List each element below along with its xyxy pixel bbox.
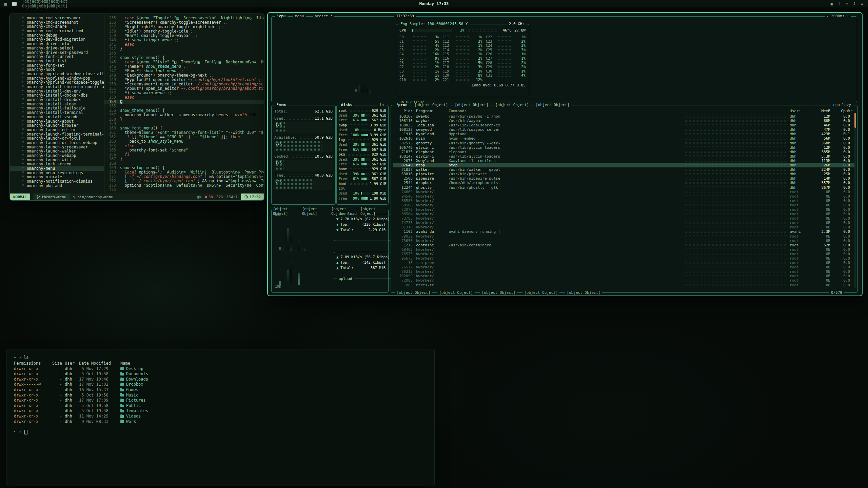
proc-option-button[interactable]: [object Object] [413,103,450,107]
code-line[interactable]: 162 if [[ "$theme" == "CNCLD" || -z "$th… [104,135,264,139]
code-line[interactable]: 164 else [104,144,264,148]
code-line[interactable]: 158 } [104,117,264,122]
process-row[interactable]: 108107 swaybg /usr/bin/swaybg -i /hom dh… [393,114,855,119]
tab-cpu[interactable]: ¹cpu [275,14,288,19]
process-row[interactable]: 71837 walker /usr/bin/walker --gappl dhh… [393,167,855,172]
process-row[interactable]: 2075 Xwayland Xwayland :1 -rootless - dh… [393,159,855,163]
process-row[interactable]: 87573 ghostty /usr/bin/ghostty --gtk- dh… [393,141,855,145]
code-line[interactable]: 136 *Screensaver*) omarchy-toggle-screen… [104,20,264,25]
code-line[interactable]: 170 local options="♪ Audio\n≋ Wifi\nᛒ Bl… [104,170,264,175]
process-row[interactable]: 803 btrfs-tr root 0B 0.0 [393,283,855,287]
io-mode-toggle[interactable]: io [378,103,386,107]
code-line[interactable]: 173 options="$options\n◉ Defaults\n⊕ DNS… [104,183,264,188]
file-item[interactable]: * omarchy-hyprland-window-close-all [10,72,104,76]
code-line[interactable]: 163 back_to show_style_menu [104,139,264,144]
file-item[interactable]: * omarchy-install-dropbox [10,98,104,102]
process-row[interactable]: 108125 swayosd- /usr/lib/swayosd-server … [393,127,855,132]
proc-footer-button[interactable]: [object Object] [522,290,559,295]
process-row[interactable]: 76575 kworker/ root 0B 0.0 [393,252,855,256]
code-editor[interactable]: 135 case $(menu "Toggle" "◫ Screensaver\… [104,15,264,193]
code-line[interactable]: 146 *Theme*) show_theme_menu ;; [104,64,264,69]
process-row[interactable]: 76313 kworker/ root 0B 0.0 [393,269,855,274]
file-item[interactable]: * omarchy-cmd-terminal-cwd [10,29,104,33]
proc-footer-button[interactable]: [object Object] [437,290,474,295]
process-row[interactable]: 68583 kworker/ root 0B 0.0 [393,199,855,203]
code-line[interactable]: 160 show_font_menu() { [104,126,264,130]
screencast-icon[interactable]: ▣ [831,1,833,6]
proc-footer-button[interactable]: [object Object] [480,290,517,295]
proc-option-button[interactable]: [object Object] [534,103,571,107]
proc-scrollbar[interactable] [854,113,856,288]
process-row[interactable]: 2544 dropbox /home/dhh/.dropbox-dist dhh… [393,181,855,185]
file-item[interactable]: * omarchy-drive-info [10,42,104,46]
file-item[interactable]: * omarchy-install-chromium-google-a [10,85,104,89]
file-item[interactable]: * omarchy-launch-browser [10,123,104,128]
code-line[interactable]: 159 [104,122,264,126]
process-row[interactable]: 71835 elephant elephant dhh 385M 0.0 [393,150,855,154]
volume-icon[interactable]: ♪ [853,1,856,6]
file-item[interactable]: * omarchy-pkg-add [10,184,104,188]
process-row[interactable]: 94540 kworker/ root 0B 0.0 [393,194,855,199]
code-line[interactable]: 143 [104,51,264,56]
process-row[interactable]: 108147 glycin-i /usr/lib/glycin-loaders … [393,154,855,159]
sort-direction-icon[interactable]: ↑ [851,109,855,113]
proc-option-button[interactable]: [object Object] [494,103,531,107]
code-line[interactable]: 171 [ -f ~/.config/hypr/bindings.conf ] … [104,175,264,179]
code-line[interactable]: 145 case $(menu "Style" "◧ Theme\n▣ Font… [104,60,264,64]
process-row[interactable]: 73703 kworker/ root 0B 0.0 [393,216,855,221]
update-interval-control[interactable]: - 2000ms + [825,14,851,19]
code-line[interactable]: 148 *Background*) omarchy-theme-bg-next … [104,73,264,78]
process-row[interactable]: 74869 kworker/ root 0B 0.0 [393,190,855,194]
process-row[interactable]: 81310 kworker/ root 0B 0.0 [393,225,855,229]
process-row[interactable]: 95673 kworker/ root 0B 0.0 [393,256,855,261]
process-row[interactable]: 1162 avahi-da avahi-daemon: running [ av… [393,229,855,234]
process-row[interactable]: 102616 nvim nvim --embed . dhh 56M 0.0 [393,136,855,141]
code-line[interactable]: 172 [ -f ~/.config/hypr/input.conf ] && … [104,179,264,183]
code-line[interactable]: 152 *) show_main_menu ;; [104,91,264,95]
process-row[interactable]: 1275 containe /usr/bin/containerd root 5… [393,243,855,247]
tab-proc[interactable]: ⁴proc [394,103,409,107]
code-line[interactable]: 150 *Screensaver*) open_in_editor ~/.con… [104,82,264,86]
code-line[interactable]: 165 omarchy-font-set "$theme" [104,148,264,152]
file-item[interactable]: * omarchy-launch-webapp [10,154,104,158]
process-row[interactable]: 73656 kworker/ root 0B 0.0 [393,239,855,243]
code-line[interactable]: 157 omarchy-launch-walker -m menus:omarc… [104,113,264,117]
file-item[interactable]: * omarchy-menu [10,166,104,171]
code-line[interactable]: 161 theme=$(menu "Font" "$(omarchy-font-… [104,130,264,135]
code-line[interactable]: 147 *Font*) show_font_menu ;; [104,69,264,73]
power-icon[interactable]: ⊙ [861,1,863,6]
btop-menu-button[interactable]: menu [293,14,306,19]
process-row[interactable]: 68402 kworker/ root 0B 0.0 [393,247,855,252]
code-line[interactable]: 138 *Idle*) omarchy-toggle-idle ;; [104,29,264,34]
code-line[interactable]: 142 } [104,47,264,51]
keyboard-icon[interactable]: ⌨ [846,1,848,6]
code-line[interactable]: 156 show_theme_menu() { [104,108,264,113]
code-line[interactable]: 174 [104,188,264,192]
terminal-window[interactable]: ~ › ls Permissions Size User Date Modifi… [6,349,435,486]
process-row[interactable]: 102099 kworker/ root 0B 0.0 [393,274,855,278]
process-row[interactable]: 106746 glycin-i /usr/lib/glycin-loaders … [393,145,855,150]
process-row[interactable]: 72073 kworker/ root 0B 0.0 [393,207,855,212]
file-item[interactable]: * omarchy-drive-select [10,46,104,50]
process-row[interactable]: 108033 localsea /usr/lib/localsearch-ex … [393,123,855,127]
code-line[interactable]: 137 *Nightlight*) omarchy-toggle-nightli… [104,25,264,29]
code-line[interactable]: 167 } [104,157,264,161]
bluetooth-icon[interactable]: ᛒ [838,1,841,6]
process-row[interactable]: 68586 kworker/ root 0B 0.0 [393,203,855,207]
file-item[interactable]: * omarchy-font-current [10,55,104,59]
process-row[interactable]: 16 rcu_pree root 0B 0.0 [393,261,855,265]
proc-footer-button[interactable]: [object Object] [565,290,602,295]
file-item[interactable]: * omarchy-launch-editor [10,128,104,132]
process-row[interactable]: 68584 kworker/ root 0B 0.0 [393,212,855,216]
code-line[interactable]: 151 *About*) open_in_editor ~/.config/om… [104,86,264,91]
proc-footer-button[interactable]: [object Object] [395,290,432,295]
code-line[interactable]: 141 esac [104,42,264,47]
process-row[interactable]: 72088 kworker/ root 0B 0.0 [393,278,855,283]
tab-disks[interactable]: disks [339,103,354,107]
proc-scrollbar-thumb[interactable] [854,113,856,128]
file-item[interactable]: * omarchy-install-terminal [10,110,104,115]
file-item[interactable]: * omarchy-font-list [10,59,104,63]
process-row[interactable]: 1916 Hyprland Hyprland dhh 423M 0.1 [393,132,855,136]
process-row[interactable]: 79032 kworker/ root 0B 0.0 [393,234,855,239]
terminal-prompt-line[interactable]: ~ › [14,429,427,434]
